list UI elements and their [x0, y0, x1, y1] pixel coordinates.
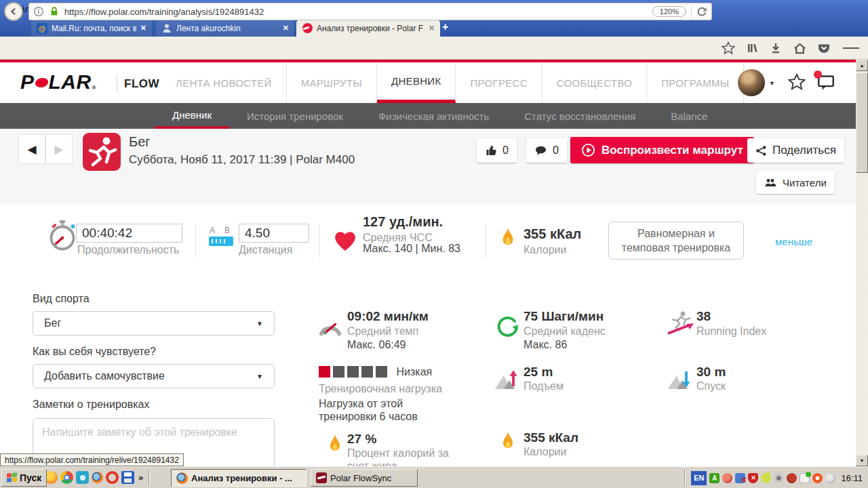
- pace-gauge-icon: [317, 316, 343, 340]
- tray-speaker-icon[interactable]: [825, 473, 835, 483]
- tab-close-icon[interactable]: ✕: [429, 24, 435, 33]
- like-button[interactable]: 0: [477, 138, 517, 163]
- scroll-up-button[interactable]: ▲: [856, 60, 868, 71]
- readers-button[interactable]: Читатели: [756, 171, 835, 194]
- quicklaunch-opera-icon[interactable]: [106, 471, 119, 484]
- nav-progress[interactable]: ПРОГРЕСС: [456, 62, 542, 103]
- tray-webcam-icon[interactable]: [774, 473, 784, 483]
- bookmark-star-icon[interactable]: [720, 40, 736, 56]
- nav-programs[interactable]: ПРОГРАММЫ: [647, 62, 744, 103]
- tray-bug-icon[interactable]: [722, 473, 732, 483]
- back-button[interactable]: [4, 2, 23, 21]
- pace-label: Средний темп: [347, 325, 418, 338]
- url-bar[interactable]: https://flow.polar.com/training/analysis…: [28, 3, 712, 20]
- subnav-recovery[interactable]: Статус восстановления: [507, 103, 653, 129]
- person-favicon-icon: [161, 23, 172, 34]
- system-tray: EN A ✕ ✕ 16:11: [682, 469, 867, 487]
- tab-title: Анализ тренировки - Polar F…: [317, 24, 425, 33]
- tray-swirl-icon[interactable]: [787, 473, 797, 483]
- home-icon[interactable]: [791, 40, 808, 56]
- load-square: [376, 366, 387, 378]
- nav-routes[interactable]: МАРШРУТЫ: [287, 62, 377, 103]
- less-link[interactable]: меньше: [775, 236, 812, 247]
- feeling-select[interactable]: Добавить самочувствие ▼: [33, 364, 275, 388]
- taskbar: Пуск » Анализ тренировки - ... Polar Flo…: [0, 466, 868, 488]
- subnav-balance[interactable]: Balance: [653, 103, 725, 129]
- notes-label: Заметки о тренировках: [33, 399, 149, 411]
- quicklaunch-firefox-icon[interactable]: [92, 472, 103, 483]
- calories-label: Калории: [524, 244, 566, 256]
- polar-logo[interactable]: PLAR®: [20, 70, 96, 94]
- ascent-value: 25 m: [524, 365, 553, 380]
- flame-icon: [499, 226, 517, 258]
- tray-aimp-icon[interactable]: A: [709, 473, 719, 483]
- info-icon[interactable]: [33, 6, 44, 17]
- subnav-activity[interactable]: Физическая активность: [361, 103, 507, 129]
- distance-input[interactable]: [239, 224, 309, 243]
- comment-button[interactable]: 0: [526, 138, 567, 163]
- avatar[interactable]: [738, 69, 765, 96]
- task-button-flowsync[interactable]: Polar FlowSync: [311, 469, 418, 487]
- tab-close-icon[interactable]: ✕: [140, 24, 146, 33]
- calories2-label: Калории: [524, 446, 566, 458]
- nav-feed[interactable]: ЛЕНТА НОВОСТЕЙ: [161, 62, 287, 103]
- downloads-icon[interactable]: [768, 40, 784, 56]
- load-label: Тренировочная нагрузка: [319, 383, 442, 395]
- subnav-history[interactable]: История тренировок: [229, 103, 361, 129]
- thumb-up-icon: [485, 144, 497, 157]
- tray-mail-icon[interactable]: [800, 473, 810, 483]
- duration-input[interactable]: [76, 224, 182, 243]
- language-indicator[interactable]: EN: [691, 471, 707, 485]
- avatar-caret-icon[interactable]: ▼: [769, 80, 775, 87]
- quicklaunch-overflow-chevron[interactable]: »: [138, 472, 143, 483]
- zoom-level-button[interactable]: 120%: [652, 6, 686, 17]
- favorites-star-icon[interactable]: [788, 73, 806, 94]
- replay-route-button[interactable]: Воспроизвести маршрут: [570, 137, 754, 163]
- sport-select-value: Бег: [44, 317, 61, 329]
- share-button[interactable]: Поделиться: [747, 138, 844, 163]
- polar-logo-lar: LAR: [49, 70, 92, 94]
- like-count: 0: [502, 144, 509, 157]
- next-session-button[interactable]: ▶: [45, 134, 73, 164]
- library-icon[interactable]: [744, 40, 760, 56]
- pocket-icon[interactable]: [816, 40, 832, 56]
- windows-logo-icon: [7, 472, 17, 483]
- tray-shield-icon[interactable]: ✕: [748, 473, 758, 483]
- start-button[interactable]: Пуск: [1, 469, 47, 487]
- hamburger-menu-icon[interactable]: [843, 40, 859, 56]
- quicklaunch-chrome-icon[interactable]: [60, 471, 73, 484]
- task-title: Polar FlowSync: [330, 473, 391, 483]
- quicklaunch-app-icon[interactable]: [76, 471, 89, 484]
- distance-label: Дистанция: [239, 244, 292, 256]
- task-button-browser[interactable]: Анализ тренировки - ...: [171, 469, 307, 487]
- tab-mailru[interactable]: @ Mail.Ru: почта, поиск в инт… ✕: [31, 20, 152, 37]
- reload-icon[interactable]: [696, 6, 707, 17]
- hr-minmax: Макс. 140 | Мин. 83: [363, 243, 466, 254]
- tab-close-icon[interactable]: ✕: [283, 24, 289, 33]
- page-scrollbar[interactable]: ▲ ▼: [856, 60, 868, 466]
- tab-feed[interactable]: Лента akurochkin ✕: [156, 20, 294, 37]
- lock-icon[interactable]: [49, 6, 60, 17]
- subnav-diary[interactable]: Дневник: [155, 103, 229, 129]
- scrollbar-thumb[interactable]: [856, 73, 868, 173]
- nav-community[interactable]: СООБЩЕСТВО: [542, 62, 647, 103]
- notification-dot: [814, 70, 822, 79]
- sport-select[interactable]: Бег ▼: [33, 311, 275, 336]
- tab-polar-active[interactable]: Анализ тренировки - Polar F… ✕: [296, 20, 440, 37]
- ab-a: A: [210, 226, 224, 235]
- quicklaunch-save-icon[interactable]: [121, 471, 134, 484]
- tray-network-icon[interactable]: ✕: [735, 473, 745, 483]
- taskbar-clock[interactable]: 16:11: [841, 473, 863, 483]
- scroll-down-button[interactable]: ▼: [856, 455, 868, 466]
- back-arrow-icon: [9, 7, 18, 16]
- flow-label[interactable]: FLOW: [124, 77, 159, 91]
- descent-label: Спуск: [696, 380, 726, 392]
- tray-leaf-icon[interactable]: [760, 471, 772, 484]
- url-text[interactable]: https://flow.polar.com/training/analysis…: [64, 7, 648, 17]
- tray-orange-ring-icon[interactable]: [812, 473, 823, 483]
- new-tab-button[interactable]: +: [442, 21, 448, 33]
- prev-session-button[interactable]: ◀: [18, 134, 45, 164]
- urlbar-divider: [691, 5, 692, 18]
- cadence-label: Средний каденс: [524, 325, 606, 338]
- nav-diary[interactable]: ДНЕВНИК: [377, 62, 456, 103]
